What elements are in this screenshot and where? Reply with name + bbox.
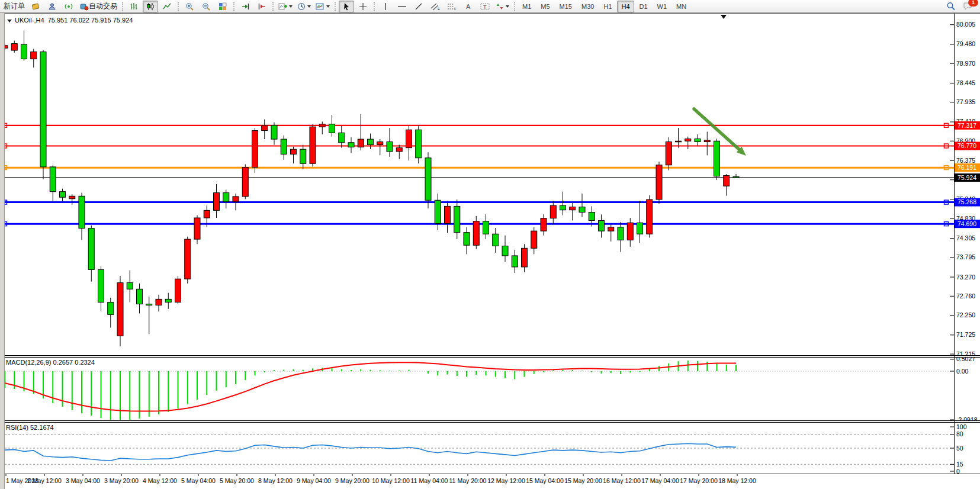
- template-icon: [316, 2, 324, 11]
- add-indicator-icon: [278, 2, 287, 11]
- chevron-down-icon: [326, 5, 330, 8]
- svg-text:76.375: 76.375: [956, 157, 975, 164]
- svg-text:75.268: 75.268: [957, 198, 976, 205]
- svg-text:9 May 20:00: 9 May 20:00: [335, 477, 369, 484]
- toolbar-grip: [514, 2, 515, 11]
- svg-text:50: 50: [956, 445, 963, 452]
- chart-shift-icon: [258, 2, 266, 11]
- user-icon: [48, 2, 57, 11]
- text-label-button[interactable]: A: [461, 1, 476, 12]
- vertical-line-button[interactable]: [378, 1, 393, 12]
- toolbar-grip: [178, 2, 179, 11]
- auto-scroll-icon: [241, 2, 250, 11]
- svg-text:T: T: [483, 4, 487, 10]
- horizontal-line-icon: [397, 2, 407, 11]
- timeframe-d1[interactable]: D1: [635, 1, 652, 12]
- svg-text:2 May 12:00: 2 May 12:00: [27, 477, 62, 484]
- svg-text:11 May 04:00: 11 May 04:00: [411, 477, 448, 484]
- zoom-out-icon: [202, 2, 211, 11]
- auto-scroll-button[interactable]: [237, 1, 253, 12]
- ohlc-bars-icon: [130, 2, 138, 11]
- svg-text:76.191: 76.191: [957, 164, 976, 171]
- candlestick-chart-button[interactable]: [143, 1, 158, 12]
- fibonacci-button[interactable]: F: [444, 1, 460, 12]
- arrows-button[interactable]: [494, 1, 511, 12]
- svg-text:73.270: 73.270: [956, 274, 975, 281]
- bar-chart-button[interactable]: [126, 1, 142, 12]
- accounts-button[interactable]: [44, 1, 60, 12]
- timeframe-m15[interactable]: M15: [555, 1, 576, 12]
- svg-text:78.445: 78.445: [956, 79, 975, 86]
- svg-text:80.005: 80.005: [956, 21, 975, 28]
- text-box-button[interactable]: T: [477, 1, 493, 12]
- timeframe-w1[interactable]: W1: [653, 1, 671, 12]
- toolbar-grip: [335, 2, 336, 11]
- search-icon: [946, 2, 956, 11]
- notification-badge: 1: [968, 0, 978, 7]
- svg-text:76.770: 76.770: [957, 142, 976, 149]
- svg-text:5 May 04:00: 5 May 04:00: [181, 477, 216, 484]
- line-chart-icon: [163, 2, 171, 11]
- toolbar-grip: [233, 2, 234, 11]
- tile-windows-button[interactable]: [215, 1, 230, 12]
- svg-text:A: A: [466, 3, 471, 10]
- autotrade-button[interactable]: 自动交易: [78, 1, 119, 12]
- chevron-down-icon: [307, 5, 311, 8]
- line-chart-button[interactable]: [159, 1, 175, 12]
- arrows-icon: [496, 2, 504, 11]
- chart-shift-button[interactable]: [254, 1, 269, 12]
- new-order-label: 新订单: [4, 1, 25, 11]
- timeframe-m30[interactable]: M30: [577, 1, 598, 12]
- svg-text:0: 0: [956, 468, 960, 475]
- svg-text:E: E: [438, 7, 440, 11]
- trend-line-button[interactable]: [411, 1, 426, 12]
- market-watch-button[interactable]: [28, 1, 43, 12]
- signals-button[interactable]: [61, 1, 76, 12]
- toolbar-grip: [374, 2, 375, 11]
- horizontal-line-button[interactable]: [394, 1, 410, 12]
- zoom-out-button[interactable]: [198, 1, 214, 12]
- autotrade-label: 自动交易: [89, 1, 117, 11]
- svg-text:71.725: 71.725: [956, 331, 975, 338]
- notifications-button[interactable]: 1: [960, 1, 975, 12]
- svg-text:5 May 20:00: 5 May 20:00: [220, 477, 254, 484]
- text-box-icon: T: [480, 2, 490, 11]
- svg-text:75.924: 75.924: [957, 174, 976, 181]
- search-button[interactable]: [943, 1, 959, 12]
- chart-canvas[interactable]: 80.00579.48078.97078.44577.93577.41076.9…: [0, 0, 980, 489]
- text-a-icon: A: [465, 2, 472, 11]
- svg-text:74.305: 74.305: [956, 234, 975, 242]
- timeframe-mn[interactable]: MN: [672, 1, 690, 12]
- svg-text:15 May 20:00: 15 May 20:00: [564, 477, 602, 484]
- svg-text:16 May 12:00: 16 May 12:00: [603, 477, 641, 484]
- svg-text:15: 15: [956, 461, 963, 468]
- svg-text:11 May 20:00: 11 May 20:00: [449, 477, 487, 484]
- timeframe-m1[interactable]: M1: [518, 1, 535, 12]
- channel-button[interactable]: E: [428, 1, 443, 12]
- autotrade-icon: [79, 2, 89, 11]
- timeframe-m5[interactable]: M5: [536, 1, 554, 12]
- trend-line-icon: [415, 2, 423, 11]
- svg-text:12 May 12:00: 12 May 12:00: [487, 477, 525, 484]
- timeframe-h1[interactable]: H1: [599, 1, 616, 12]
- periods-button[interactable]: [295, 1, 313, 12]
- svg-text:10 May 12:00: 10 May 12:00: [372, 477, 410, 484]
- add-indicator-button[interactable]: [277, 1, 294, 12]
- templates-button[interactable]: [314, 1, 332, 12]
- svg-text:74.690: 74.690: [957, 220, 976, 227]
- new-order-button[interactable]: 新订单: [2, 1, 27, 12]
- cursor-button[interactable]: [339, 1, 354, 12]
- chevron-down-icon: [506, 5, 509, 8]
- svg-text:80: 80: [956, 430, 963, 437]
- svg-text:3 May 04:00: 3 May 04:00: [66, 477, 100, 484]
- zoom-in-icon: [185, 2, 194, 11]
- toolbar-grip: [272, 2, 274, 11]
- timeframe-group: M1M5M15M30H1H4D1W1MN: [518, 1, 691, 12]
- zoom-in-button[interactable]: [182, 1, 197, 12]
- svg-text:77.935: 77.935: [956, 98, 975, 105]
- timeframe-h4[interactable]: H4: [617, 1, 634, 12]
- crosshair-button[interactable]: [355, 1, 371, 12]
- svg-text:15 May 04:00: 15 May 04:00: [526, 477, 564, 484]
- svg-text:8 May 12:00: 8 May 12:00: [258, 477, 293, 484]
- crosshair-icon: [359, 2, 367, 11]
